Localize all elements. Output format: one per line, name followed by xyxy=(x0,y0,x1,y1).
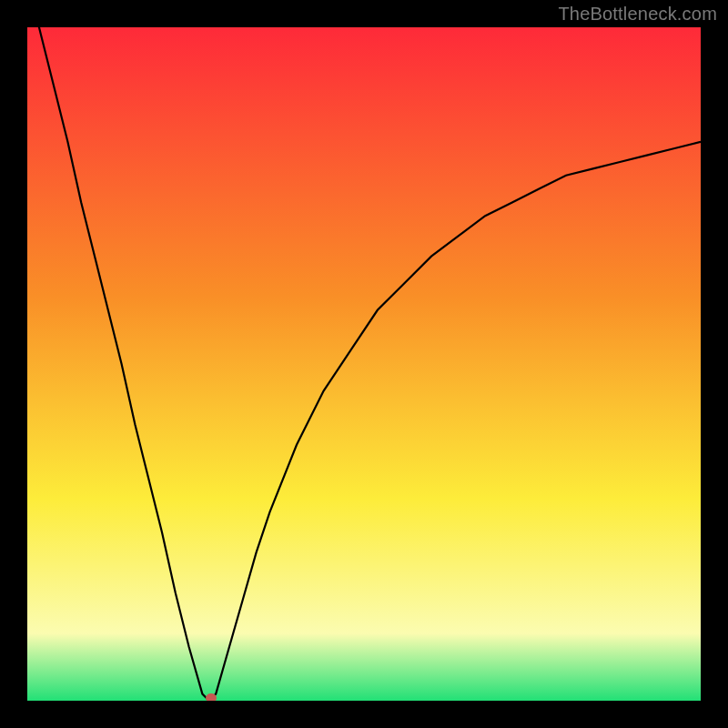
gradient-background xyxy=(27,27,701,701)
watermark-text: TheBottleneck.com xyxy=(558,4,717,25)
chart-frame: TheBottleneck.com xyxy=(0,0,728,728)
chart-svg xyxy=(27,27,701,701)
plot-area xyxy=(27,27,701,701)
